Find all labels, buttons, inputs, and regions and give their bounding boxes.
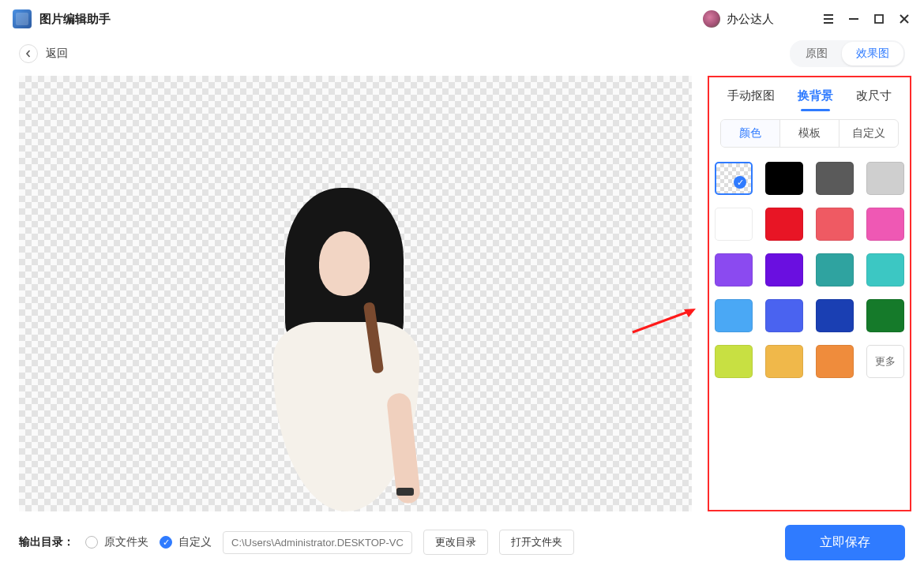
back-label: 返回 [46, 47, 68, 61]
change-dir-button[interactable]: 更改目录 [423, 530, 488, 555]
swatch-4a63f0[interactable] [765, 299, 803, 332]
swatch-ef5a63[interactable] [816, 208, 854, 241]
output-dir-label: 输出目录： [19, 535, 74, 549]
app-logo-icon [13, 9, 32, 28]
swatch-f0b84a[interactable] [765, 345, 803, 378]
view-effect-button[interactable]: 效果图 [842, 42, 903, 66]
swatch-6a0fe0[interactable] [765, 253, 803, 286]
user-area[interactable]: 办公达人 [703, 10, 774, 28]
swatch-000000[interactable] [765, 162, 803, 195]
footer: 输出目录： 原文件夹 自定义 更改目录 打开文件夹 立即保存 [0, 511, 924, 573]
open-folder-button[interactable]: 打开文件夹 [499, 530, 574, 555]
subject-image [234, 164, 455, 511]
swatch-cfcfcf[interactable] [866, 162, 904, 195]
maximize-icon[interactable] [872, 12, 886, 26]
close-icon[interactable] [897, 12, 911, 26]
swatch-ffffff[interactable] [715, 208, 753, 241]
avatar [703, 10, 720, 28]
swatch-transparent[interactable] [715, 162, 753, 195]
swatch-1a3fb3[interactable] [816, 299, 854, 332]
swatch-8b4af0[interactable] [715, 253, 753, 286]
swatch-2fa3a0[interactable] [816, 253, 854, 286]
username: 办公达人 [727, 12, 774, 27]
swatch-5a5a5a[interactable] [816, 162, 854, 195]
radio-checked-icon [160, 536, 172, 549]
toolbar: 返回 原图 效果图 [0, 38, 924, 69]
swatch-4aa8f5[interactable] [715, 299, 753, 332]
svg-rect-0 [875, 15, 883, 23]
radio-original-folder[interactable]: 原文件夹 [85, 535, 148, 549]
subtab-custom[interactable]: 自定义 [839, 120, 898, 147]
radio-custom-folder[interactable]: 自定义 [160, 535, 212, 549]
menu-icon[interactable] [821, 12, 836, 26]
titlebar: 图片编辑助手 办公达人 [0, 0, 924, 38]
side-panel: 手动抠图 换背景 改尺寸 颜色 模板 自定义 更多 [708, 76, 911, 511]
save-button[interactable]: 立即保存 [785, 525, 905, 560]
view-original-button[interactable]: 原图 [791, 42, 842, 66]
tab-manual-cutout[interactable]: 手动抠图 [726, 85, 776, 107]
swatch-more-button[interactable]: 更多 [866, 345, 904, 378]
color-swatch-grid: 更多 [716, 162, 903, 378]
tab-change-background[interactable]: 换背景 [796, 85, 835, 107]
radio-icon [85, 536, 98, 549]
output-path-input[interactable] [223, 531, 412, 554]
view-toggle: 原图 效果图 [790, 40, 905, 67]
minimize-icon[interactable] [847, 12, 861, 26]
canvas-area[interactable] [19, 76, 692, 511]
swatch-ef8c3c[interactable] [816, 345, 854, 378]
app-title: 图片编辑助手 [39, 12, 111, 27]
subtab-template[interactable]: 模板 [779, 120, 839, 147]
swatch-c8e042[interactable] [715, 345, 753, 378]
swatch-157a2a[interactable] [866, 299, 904, 332]
swatch-3cc7c3[interactable] [866, 253, 904, 286]
swatch-ef58b4[interactable] [866, 208, 904, 241]
transparent-canvas [19, 76, 692, 511]
back-button[interactable] [19, 44, 38, 63]
subtab-color[interactable]: 颜色 [721, 120, 779, 147]
swatch-e81525[interactable] [765, 208, 803, 241]
tab-resize[interactable]: 改尺寸 [855, 85, 893, 107]
